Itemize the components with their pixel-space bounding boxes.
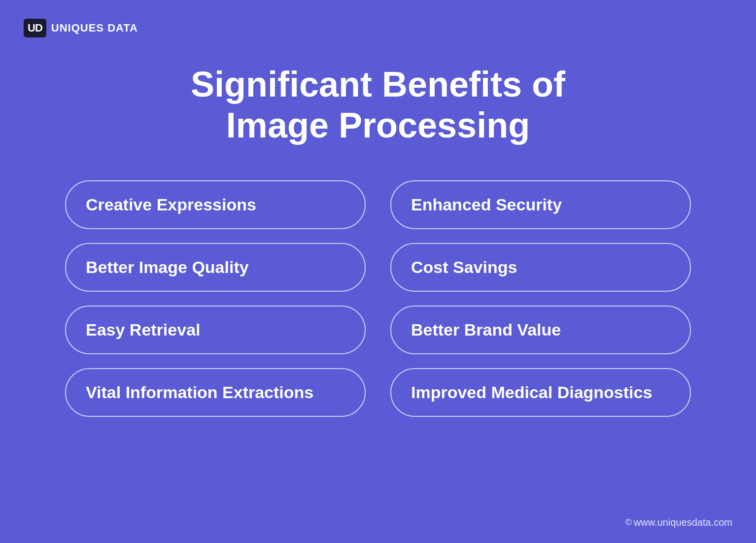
benefit-label-better-brand-value: Better Brand Value [411,320,561,339]
logo-area: UD UNIQUES DATA [24,19,138,37]
benefits-grid: Creative Expressions Enhanced Security B… [45,180,711,417]
benefit-card-better-brand-value: Better Brand Value [390,305,691,354]
benefit-label-cost-savings: Cost Savings [411,258,517,277]
benefit-card-vital-information-extractions: Vital Information Extractions [65,368,366,417]
benefit-card-enhanced-security: Enhanced Security [390,180,691,229]
footer-website: www.uniquesdata.com [634,517,732,528]
benefit-label-enhanced-security: Enhanced Security [411,195,562,214]
footer: © www.uniquesdata.com [625,517,732,528]
benefit-label-improved-medical-diagnostics: Improved Medical Diagnostics [411,383,652,402]
benefit-card-better-image-quality: Better Image Quality [65,243,366,292]
main-content: Significant Benefits of Image Processing… [0,0,756,417]
benefit-label-creative-expressions: Creative Expressions [86,195,256,214]
benefit-label-vital-information-extractions: Vital Information Extractions [86,383,313,402]
benefit-label-better-image-quality: Better Image Quality [86,258,249,277]
logo-abbr: UD [24,19,46,37]
copyright-icon: © [625,517,632,528]
benefit-label-easy-retrieval: Easy Retrieval [86,320,201,339]
benefit-card-cost-savings: Cost Savings [390,243,691,292]
benefit-card-easy-retrieval: Easy Retrieval [65,305,366,354]
benefit-card-improved-medical-diagnostics: Improved Medical Diagnostics [390,368,691,417]
page-title: Significant Benefits of Image Processing [156,64,600,146]
benefit-card-creative-expressions: Creative Expressions [65,180,366,229]
logo-name: UNIQUES DATA [51,22,138,34]
